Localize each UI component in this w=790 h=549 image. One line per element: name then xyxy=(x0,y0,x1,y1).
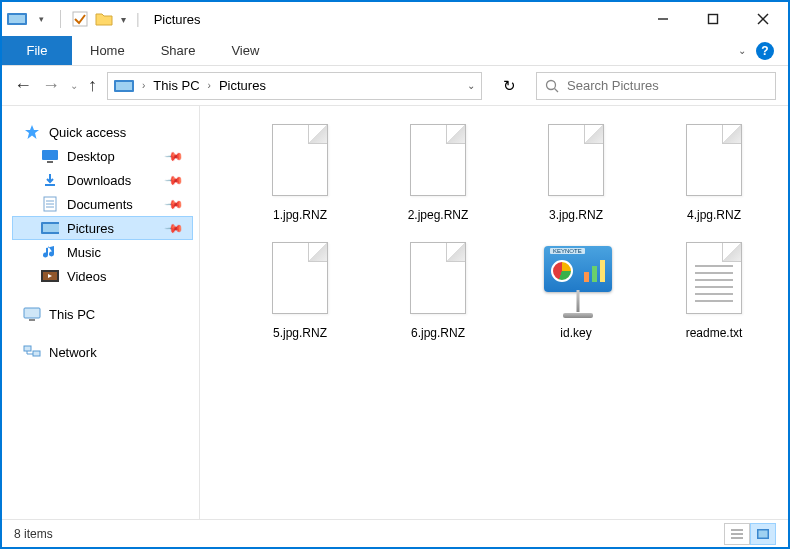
nav-arrows: ← → ⌄ ↑ xyxy=(14,75,97,96)
svg-rect-25 xyxy=(24,346,31,351)
quick-access-toolbar: ▾ ▾ | Pictures xyxy=(2,8,201,30)
star-icon xyxy=(23,124,41,140)
svg-rect-4 xyxy=(709,15,718,24)
file-pane[interactable]: 1.jpg.RNZ2.jpeg.RNZ3.jpg.RNZ4.jpg.RNZ5.j… xyxy=(200,106,788,519)
back-button[interactable]: ← xyxy=(14,75,32,96)
maximize-button[interactable] xyxy=(688,3,738,35)
svg-rect-11 xyxy=(42,150,58,160)
file-item[interactable]: 1.jpg.RNZ xyxy=(236,124,364,222)
sidebar-item-label: Music xyxy=(67,245,101,260)
file-icon xyxy=(541,124,611,202)
file-name: 6.jpg.RNZ xyxy=(411,326,465,340)
pictures-icon xyxy=(41,220,59,236)
view-toggle xyxy=(724,523,776,545)
chevron-right-icon[interactable]: › xyxy=(138,80,149,91)
tab-home[interactable]: Home xyxy=(72,36,143,65)
file-item[interactable]: 2.jpeg.RNZ xyxy=(374,124,502,222)
file-item[interactable]: KEYNOTEid.key xyxy=(512,242,640,340)
ribbon-collapse-icon[interactable]: ⌄ xyxy=(738,45,746,56)
forward-button[interactable]: → xyxy=(42,75,60,96)
videos-icon xyxy=(41,268,59,284)
desktop-icon xyxy=(41,148,59,164)
pin-icon: 📌 xyxy=(164,170,185,191)
tab-share[interactable]: Share xyxy=(143,36,214,65)
file-name: 4.jpg.RNZ xyxy=(687,208,741,222)
svg-rect-1 xyxy=(9,15,25,23)
svg-rect-33 xyxy=(759,530,768,537)
body: Quick access Desktop📌Downloads📌Documents… xyxy=(2,106,788,519)
svg-rect-12 xyxy=(47,161,53,163)
details-view-button[interactable] xyxy=(724,523,750,545)
file-item[interactable]: 4.jpg.RNZ xyxy=(650,124,778,222)
up-button[interactable]: ↑ xyxy=(88,75,97,96)
properties-checkbox-icon[interactable] xyxy=(69,8,91,30)
file-icon xyxy=(265,242,335,320)
sidebar-quick-access[interactable]: Quick access xyxy=(12,120,193,144)
recent-locations-icon[interactable]: ⌄ xyxy=(70,80,78,91)
sidebar-item-videos[interactable]: Videos xyxy=(12,264,193,288)
qat-caret-icon[interactable]: ▾ xyxy=(121,14,126,25)
titlebar: ▾ ▾ | Pictures xyxy=(2,2,788,36)
music-icon xyxy=(41,244,59,260)
close-button[interactable] xyxy=(738,3,788,35)
explorer-app-icon[interactable] xyxy=(6,8,28,30)
sidebar-network[interactable]: Network xyxy=(12,340,193,364)
minimize-button[interactable] xyxy=(638,3,688,35)
breadcrumb-pictures[interactable]: Pictures xyxy=(219,78,266,93)
sidebar-item-label: Pictures xyxy=(67,221,114,236)
chevron-right-icon[interactable]: › xyxy=(204,80,215,91)
file-tab[interactable]: File xyxy=(2,36,72,65)
sidebar-item-label: This PC xyxy=(49,307,95,322)
ribbon: File Home Share View ⌄ ? xyxy=(2,36,788,66)
statusbar: 8 items xyxy=(2,519,788,547)
tab-view[interactable]: View xyxy=(213,36,277,65)
pin-icon: 📌 xyxy=(164,218,185,239)
sidebar-item-pictures[interactable]: Pictures📌 xyxy=(12,216,193,240)
svg-rect-19 xyxy=(43,224,59,232)
svg-rect-23 xyxy=(24,308,40,318)
search-icon xyxy=(545,79,559,93)
window-controls xyxy=(638,3,788,35)
svg-rect-8 xyxy=(116,82,132,90)
window-title: Pictures xyxy=(154,12,201,27)
network-icon xyxy=(23,344,41,360)
pin-icon: 📌 xyxy=(164,194,185,215)
sidebar-item-label: Downloads xyxy=(67,173,131,188)
sidebar-item-label: Videos xyxy=(67,269,107,284)
sidebar-item-desktop[interactable]: Desktop📌 xyxy=(12,144,193,168)
sidebar-this-pc[interactable]: This PC xyxy=(12,302,193,326)
pin-icon: 📌 xyxy=(164,146,185,167)
navigation-pane: Quick access Desktop📌Downloads📌Documents… xyxy=(2,106,200,519)
file-icon xyxy=(403,124,473,202)
search-input[interactable] xyxy=(567,78,767,93)
qat-dropdown-icon[interactable]: ▾ xyxy=(30,8,52,30)
address-dropdown-icon[interactable]: ⌄ xyxy=(467,80,475,91)
sidebar-item-music[interactable]: Music xyxy=(12,240,193,264)
refresh-button[interactable]: ↻ xyxy=(492,72,526,100)
file-item[interactable]: 3.jpg.RNZ xyxy=(512,124,640,222)
folder-icon[interactable] xyxy=(93,8,115,30)
item-count: 8 items xyxy=(14,527,53,541)
file-name: 1.jpg.RNZ xyxy=(273,208,327,222)
file-name: readme.txt xyxy=(686,326,743,340)
large-icons-view-button[interactable] xyxy=(750,523,776,545)
file-name: 3.jpg.RNZ xyxy=(549,208,603,222)
file-item[interactable]: readme.txt xyxy=(650,242,778,340)
pictures-crumb-icon xyxy=(114,78,134,94)
file-icon xyxy=(403,242,473,320)
sidebar-item-documents[interactable]: Documents📌 xyxy=(12,192,193,216)
address-bar-row: ← → ⌄ ↑ › This PC › Pictures ⌄ ↻ xyxy=(2,66,788,106)
file-name: id.key xyxy=(560,326,591,340)
help-icon[interactable]: ? xyxy=(756,42,774,60)
address-bar[interactable]: › This PC › Pictures ⌄ xyxy=(107,72,482,100)
svg-rect-24 xyxy=(29,319,35,321)
file-item[interactable]: 5.jpg.RNZ xyxy=(236,242,364,340)
breadcrumb-this-pc[interactable]: This PC xyxy=(153,78,199,93)
sidebar-item-label: Desktop xyxy=(67,149,115,164)
svg-rect-26 xyxy=(33,351,40,356)
file-item[interactable]: 6.jpg.RNZ xyxy=(374,242,502,340)
file-icon: KEYNOTE xyxy=(541,242,611,320)
search-box[interactable] xyxy=(536,72,776,100)
svg-point-9 xyxy=(547,80,556,89)
sidebar-item-downloads[interactable]: Downloads📌 xyxy=(12,168,193,192)
